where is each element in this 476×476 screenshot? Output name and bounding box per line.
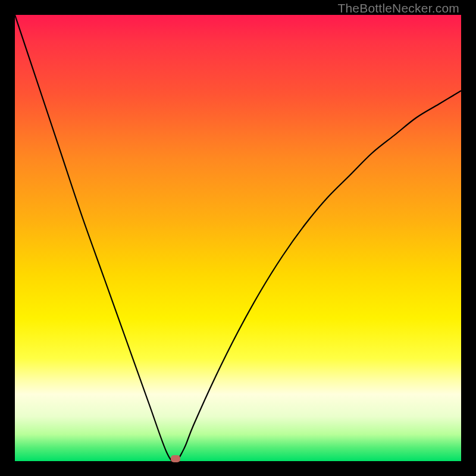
bottleneck-curve [15,15,461,461]
attribution-text: TheBottleNecker.com [337,1,459,15]
optimal-point-marker [171,455,180,462]
chart-plot-area [15,15,461,461]
